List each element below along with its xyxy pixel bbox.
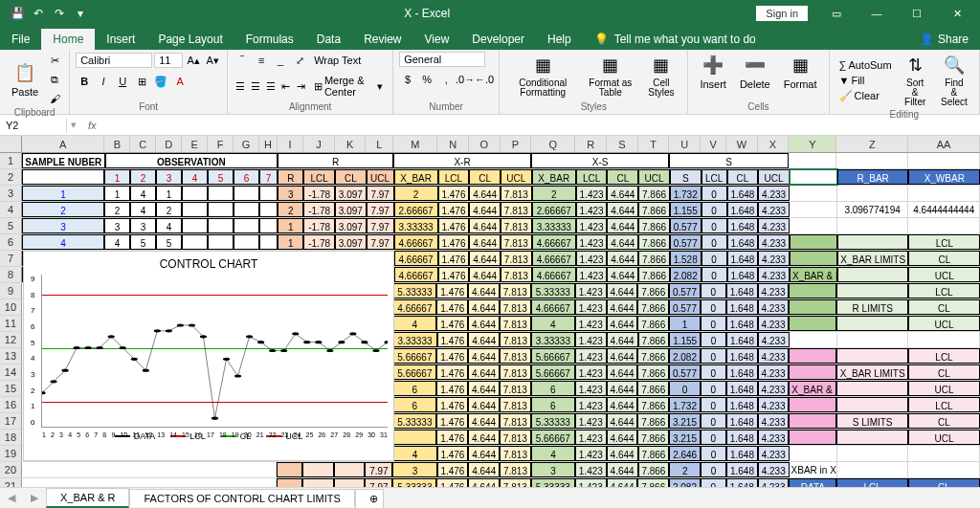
r-col-0[interactable]: R: [278, 169, 303, 185]
xr-4-1[interactable]: 1.476: [438, 202, 470, 217]
r-4-3[interactable]: 7.97: [367, 202, 394, 217]
obs-4-6[interactable]: [259, 202, 278, 217]
s-5-0[interactable]: 0.577: [670, 218, 702, 233]
xr-16-1[interactable]: 1.476: [436, 397, 468, 412]
tab-home[interactable]: Home: [41, 29, 95, 50]
xs-6-1[interactable]: 1.423: [576, 234, 608, 250]
align-top-icon[interactable]: ‾: [234, 52, 251, 69]
xs-20-0[interactable]: 3: [531, 462, 575, 477]
row-header-12[interactable]: 12: [0, 332, 22, 347]
tab-formulas[interactable]: Formulas: [234, 29, 305, 50]
obs-3-1[interactable]: 4: [130, 186, 156, 201]
xr-14-1[interactable]: 1.476: [436, 364, 468, 380]
r-6-3[interactable]: 7.97: [367, 234, 394, 250]
s-6-2[interactable]: 1.648: [727, 234, 759, 250]
align-center-icon[interactable]: ☰: [249, 77, 262, 95]
obs-4-2[interactable]: 2: [156, 202, 182, 217]
xr-19-1[interactable]: 1.476: [437, 446, 469, 461]
aa5[interactable]: [908, 218, 980, 233]
s-8-1[interactable]: 0: [702, 267, 727, 282]
aa3[interactable]: [908, 186, 980, 201]
col-header-K[interactable]: K: [335, 136, 367, 152]
row-header-13[interactable]: 13: [0, 348, 22, 364]
obs-4-3[interactable]: [182, 202, 208, 217]
s-9-3[interactable]: 4.233: [758, 283, 790, 298]
xr-7-1[interactable]: 1.476: [438, 251, 470, 266]
copy-icon[interactable]: ⧉: [46, 71, 63, 88]
row-header-8[interactable]: 8: [0, 267, 22, 282]
col-header-S[interactable]: S: [607, 136, 638, 152]
underline-icon[interactable]: U: [114, 73, 131, 90]
s-19-0[interactable]: 2.646: [669, 446, 701, 461]
s-5-2[interactable]: 1.648: [727, 218, 759, 233]
xr-13-3[interactable]: 7.813: [500, 348, 531, 364]
number-format-input[interactable]: [399, 52, 485, 67]
sheet-nav-prev[interactable]: ◀: [0, 492, 23, 504]
y9[interactable]: [789, 283, 836, 298]
obs-4-4[interactable]: [208, 202, 234, 217]
bold-icon[interactable]: B: [76, 73, 93, 90]
s-17-0[interactable]: 3.215: [669, 413, 701, 429]
xr-6-1[interactable]: 1.476: [438, 234, 470, 250]
row-header-16[interactable]: 16: [0, 397, 22, 412]
xs-17-1[interactable]: 1.423: [575, 413, 607, 429]
xr-10-2[interactable]: 4.644: [468, 299, 500, 315]
sheet-tab-factors[interactable]: FACTORS OF CONTORL CHART LIMITS: [129, 489, 354, 507]
tab-data[interactable]: Data: [305, 29, 352, 50]
aa14[interactable]: CL: [908, 364, 980, 380]
aa7[interactable]: CL: [908, 251, 980, 266]
z5[interactable]: [837, 218, 909, 233]
r-5-0[interactable]: 1: [278, 218, 303, 233]
xs-3-2[interactable]: 4.644: [607, 186, 638, 201]
increase-indent-icon[interactable]: ⇥: [295, 77, 308, 95]
col-header-H[interactable]: H: [259, 136, 278, 152]
ribbon-options-icon[interactable]: ▭: [817, 0, 856, 27]
y14[interactable]: [789, 364, 836, 380]
obs-5-1[interactable]: 3: [130, 218, 156, 233]
col-header-I[interactable]: I: [278, 136, 303, 152]
font-name-input[interactable]: [76, 53, 152, 68]
format-as-table-button[interactable]: ▦Format as Table: [582, 52, 638, 99]
r-6-0[interactable]: 1: [278, 234, 303, 250]
y6[interactable]: [790, 234, 837, 250]
y8[interactable]: X_BAR & R: [790, 267, 837, 282]
fx-icon[interactable]: fx: [80, 120, 104, 131]
xr-10-0[interactable]: 4.66667: [392, 299, 436, 315]
xr-col-0[interactable]: X_BAR: [394, 169, 438, 185]
xr-11-1[interactable]: 1.476: [436, 316, 468, 331]
xr-13-2[interactable]: 4.644: [468, 348, 500, 364]
xs-col-2[interactable]: CL: [607, 169, 638, 185]
z13[interactable]: [836, 348, 908, 364]
s-11-1[interactable]: 0: [701, 316, 726, 331]
xr-5-3[interactable]: 7.813: [501, 218, 532, 233]
xs-10-1[interactable]: 1.423: [575, 299, 607, 315]
obs-6-4[interactable]: [208, 234, 234, 250]
xr-3-3[interactable]: 7.813: [501, 186, 532, 201]
xr-7-0[interactable]: 4.66667: [394, 251, 438, 266]
xr-8-3[interactable]: 7.813: [501, 267, 532, 282]
align-right-icon[interactable]: ☰: [264, 77, 278, 95]
xs-20-3[interactable]: 7.866: [638, 462, 670, 477]
xr-16-3[interactable]: 7.813: [500, 397, 531, 412]
xs-12-0[interactable]: 3.33333: [531, 332, 575, 347]
xs-11-0[interactable]: 4: [531, 316, 575, 331]
s-4-0[interactable]: 1.155: [670, 202, 702, 217]
select-all-corner[interactable]: [0, 136, 22, 152]
xs-5-2[interactable]: 4.644: [607, 218, 638, 233]
xr-6-0[interactable]: 4.66667: [394, 234, 438, 250]
xr-13-0[interactable]: 5.66667: [392, 348, 436, 364]
font-color-icon[interactable]: A: [171, 73, 189, 90]
xr-20-2[interactable]: 4.644: [468, 462, 500, 477]
row-header-20[interactable]: 20: [0, 462, 22, 477]
s-4-3[interactable]: 4.233: [758, 202, 790, 217]
xr-3-1[interactable]: 1.476: [438, 186, 470, 201]
z16[interactable]: [836, 397, 908, 412]
aa19[interactable]: [908, 446, 980, 461]
col-header-F[interactable]: F: [208, 136, 234, 152]
s-10-2[interactable]: 1.648: [726, 299, 758, 315]
aa10[interactable]: CL: [908, 299, 980, 315]
s-4-2[interactable]: 1.648: [727, 202, 759, 217]
aa17[interactable]: CL: [908, 413, 980, 429]
s-11-2[interactable]: 1.648: [726, 316, 758, 331]
s-6-3[interactable]: 4.233: [758, 234, 790, 250]
